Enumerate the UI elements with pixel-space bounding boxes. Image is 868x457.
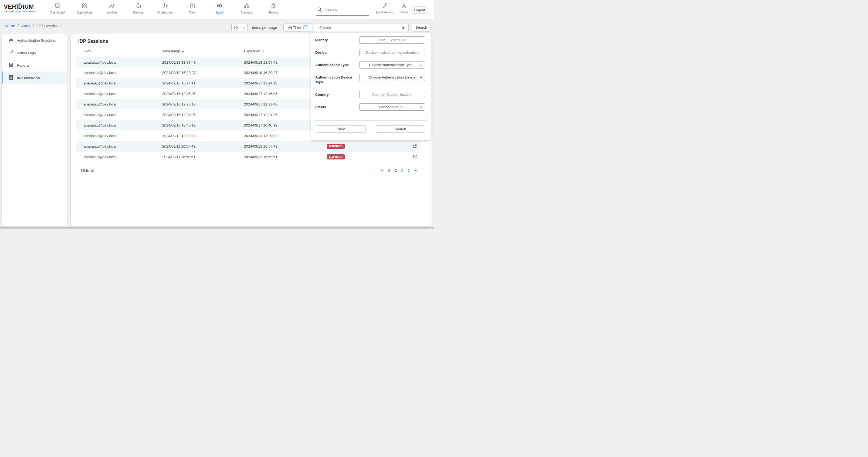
time-filter-button[interactable]: All Time	[283, 24, 312, 32]
toolbar-search-button[interactable]: Search	[412, 23, 431, 32]
cell-expiration: 2024/09/19 18:07:49	[237, 57, 319, 67]
breadcrumb: Home / Audit / IDP Sessions	[4, 24, 60, 28]
nav-label: Applications	[76, 11, 92, 14]
search-icon	[317, 7, 322, 13]
sidebar-item-idp-sessions[interactable]: IDP Sessions	[2, 71, 67, 84]
brand-logo: VERIDIUM TRUSTED DIGITAL IDENTITY	[4, 3, 47, 12]
page-number-2[interactable]: 2	[401, 168, 403, 173]
nav-label: Devices	[133, 11, 144, 14]
cell-status: EXPIRED	[319, 152, 406, 162]
global-search-input[interactable]	[325, 8, 366, 12]
breadcrumb-audit[interactable]: Audit	[21, 24, 30, 28]
nav-item-applications[interactable]: Applications	[71, 2, 98, 14]
status-badge-expired: EXPIRED	[327, 154, 345, 159]
nav-item-identities[interactable]: Identities	[98, 2, 125, 14]
dashboard-icon	[55, 2, 61, 9]
report-icon	[9, 63, 13, 68]
breadcrumb-separator: /	[18, 24, 19, 28]
filter-divider	[315, 120, 427, 121]
dropdown-caret-icon[interactable]	[402, 25, 405, 30]
quick-actions-button[interactable]: Quick Actions	[376, 2, 394, 14]
tools-icon	[189, 2, 196, 9]
sidebar-item-action-logs[interactable]: Action Logs	[2, 47, 67, 59]
previous-page-button[interactable]	[388, 169, 391, 172]
sort-updown-icon	[262, 49, 264, 53]
breadcrumb-home[interactable]: Home	[4, 24, 15, 28]
filter-label-device: Device	[315, 50, 357, 55]
cell-upn: ababalau@dev.local	[76, 141, 155, 152]
top-bar: VERIDIUM TRUSTED DIGITAL IDENTITY Dashbo…	[0, 0, 434, 19]
nav-label: Audit	[216, 11, 223, 14]
filter-clear-button[interactable]: Clear	[316, 125, 366, 133]
cell-timestamp: 2024/09/12 13:20:03	[155, 131, 237, 141]
table-search-input[interactable]	[319, 26, 402, 30]
cell-timestamp: 2024/09/16 13:24:11	[155, 78, 237, 89]
user-menu[interactable]: admin	[397, 2, 410, 14]
sidebar-item-reports[interactable]: Reports	[2, 59, 67, 71]
sidebar-item-label: Action Logs	[17, 51, 36, 55]
cell-timestamp: 2024/09/16 12:46:05	[155, 89, 237, 99]
audit-icon	[216, 2, 223, 9]
open-session-icon[interactable]	[413, 144, 417, 149]
logout-button[interactable]: Logout	[412, 6, 427, 14]
nav-label: Statistics	[241, 11, 252, 14]
breadcrumb-separator: /	[33, 24, 34, 28]
sidebar-item-authentication-sessions[interactable]: Authentication Sessions	[2, 34, 67, 47]
cell-upn: ababalau@dev.local	[76, 99, 155, 109]
page-size-select[interactable]: 10	[231, 24, 248, 31]
nav-item-orchestrator[interactable]: Orchestrator	[152, 2, 179, 14]
chevron-down-icon	[420, 106, 423, 108]
page-size-value: 10	[234, 26, 238, 30]
sidebar-item-label: Reports	[17, 63, 29, 67]
nav-label: Orchestrator	[157, 11, 174, 14]
nav-item-dashboard[interactable]: Dashboard	[44, 2, 71, 14]
chevron-down-icon	[420, 64, 423, 66]
magic-wand-icon	[382, 2, 388, 9]
nav-item-tools[interactable]: Tools	[179, 2, 206, 14]
column-header-upn: UPN	[76, 46, 155, 57]
sort-desc-icon	[182, 49, 184, 53]
cell-expiration: 2024/09/17 12:46:05	[237, 89, 319, 99]
filter-country-input[interactable]	[359, 91, 425, 98]
cell-expiration: 2024/09/17 10:40:12	[237, 120, 319, 131]
filter-search-button[interactable]: Search	[376, 125, 425, 133]
cell-expiration: 2024/09/17 12:38:46	[237, 99, 319, 109]
column-header-timestamp[interactable]: Timestamp	[155, 46, 237, 57]
nav-label: Settings	[268, 11, 279, 14]
column-header-expiration[interactable]: Expiration	[237, 46, 319, 57]
applications-icon	[82, 2, 88, 9]
cell-upn: ababalau@dev.local	[76, 57, 155, 67]
cell-expiration: 2024/09/12 16:57:43	[237, 141, 319, 152]
cell-timestamp: 2024/09/11 16:57:43	[155, 141, 237, 152]
nav-item-settings[interactable]: Settings	[260, 2, 287, 14]
items-per-page-label: items per page	[252, 25, 277, 30]
nav-item-devices[interactable]: Devices	[125, 2, 152, 14]
brand-tagline: TRUSTED DIGITAL IDENTITY	[5, 10, 47, 12]
statistics-icon	[243, 2, 250, 9]
time-filter-label: All Time	[288, 26, 301, 30]
cell-upn: ababalau@dev.local	[76, 78, 155, 89]
global-search	[316, 5, 369, 15]
first-page-button[interactable]	[380, 169, 384, 172]
filter-label-authentication-device-type: Authentication Device Type	[315, 75, 357, 85]
open-session-icon[interactable]	[413, 154, 417, 159]
calendar-icon	[303, 25, 308, 30]
nav-item-statistics[interactable]: Statistics	[233, 2, 260, 14]
next-page-button[interactable]	[407, 169, 410, 172]
nav-label: Identities	[105, 11, 117, 14]
cell-upn: ababalau@dev.local	[76, 67, 155, 78]
last-page-button[interactable]	[414, 169, 418, 172]
nav-item-audit[interactable]: Audit	[206, 2, 233, 14]
page-number-1[interactable]: 1	[395, 168, 397, 173]
filter-status-select[interactable]: Choose Status...	[359, 103, 425, 110]
cell-expiration: 2024/09/19 16:20:27	[237, 67, 319, 78]
action-logs-icon	[9, 50, 13, 56]
filter-device-input[interactable]	[359, 49, 425, 56]
filter-authentication-type-select[interactable]: Choose Authentication Type...	[359, 61, 425, 68]
logo-check-icon	[16, 2, 21, 8]
cell-expiration: 2024/09/12 16:50:51	[237, 152, 319, 162]
filter-identity-input[interactable]	[359, 36, 425, 44]
filter-authentication-device-type-select[interactable]: Choose Authentication Device	[359, 74, 425, 81]
settings-icon	[271, 2, 277, 9]
cell-timestamp: 2024/09/18 16:20:27	[155, 67, 237, 78]
